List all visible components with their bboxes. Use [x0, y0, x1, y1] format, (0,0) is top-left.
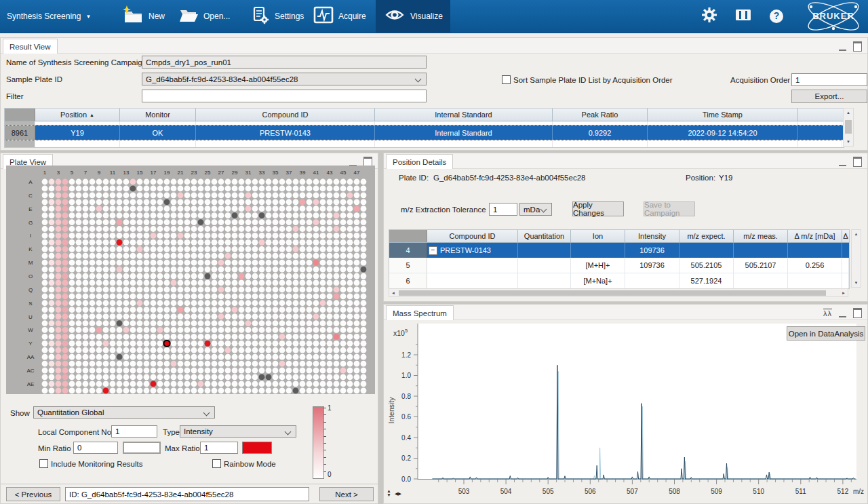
plate-well[interactable] — [76, 219, 82, 225]
plate-well[interactable] — [90, 334, 96, 340]
plate-well[interactable] — [245, 387, 252, 393]
plate-well[interactable] — [76, 334, 82, 340]
plate-well[interactable] — [157, 327, 163, 333]
plate-well[interactable] — [90, 226, 96, 232]
results-table-vscrollbar[interactable]: ▲ ▼ — [843, 108, 854, 147]
plate-well[interactable] — [361, 286, 367, 292]
plate-well[interactable] — [334, 361, 340, 367]
plate-well[interactable] — [171, 253, 177, 259]
plate-well[interactable] — [334, 293, 340, 299]
plate-well[interactable] — [252, 233, 258, 239]
plate-well[interactable] — [56, 246, 62, 252]
plate-well[interactable] — [279, 280, 285, 286]
plate-well[interactable] — [198, 260, 204, 266]
plate-well[interactable] — [76, 387, 82, 393]
plate-well[interactable] — [117, 354, 123, 360]
plate-well[interactable] — [307, 280, 313, 286]
plate-well[interactable] — [76, 381, 82, 387]
plate-well[interactable] — [239, 387, 245, 393]
plate-well[interactable] — [83, 286, 89, 292]
plate-well[interactable] — [273, 293, 279, 299]
plate-well[interactable] — [76, 354, 82, 360]
plate-well[interactable] — [347, 226, 353, 232]
plate-well[interactable] — [212, 186, 218, 192]
plate-well[interactable] — [327, 300, 333, 306]
plate-well[interactable] — [354, 219, 360, 225]
plate-well[interactable] — [205, 260, 211, 266]
plate-well[interactable] — [69, 260, 75, 266]
plate-well[interactable] — [320, 253, 326, 259]
plate-well[interactable] — [151, 219, 157, 225]
plate-well[interactable] — [347, 280, 353, 286]
plate-well[interactable] — [123, 267, 130, 273]
plate-well[interactable] — [151, 374, 157, 381]
plate-well[interactable] — [286, 361, 292, 367]
plate-well[interactable] — [96, 374, 102, 381]
plate-well[interactable] — [110, 307, 116, 313]
plate-well[interactable] — [76, 320, 82, 326]
plate-well[interactable] — [164, 347, 170, 353]
plate-well[interactable] — [123, 347, 130, 353]
scroll-up-icon[interactable]: ▲ — [852, 232, 861, 236]
plate-well[interactable] — [218, 307, 224, 313]
plate-well[interactable] — [212, 199, 218, 205]
plate-well[interactable] — [225, 381, 231, 387]
plate-well[interactable] — [90, 368, 96, 374]
plate-well[interactable] — [49, 199, 55, 205]
plate-well[interactable] — [69, 273, 75, 279]
plate-well[interactable] — [252, 334, 258, 340]
plate-well[interactable] — [327, 253, 333, 259]
plate-well[interactable] — [76, 374, 82, 381]
plate-well[interactable] — [171, 280, 177, 286]
plate-well[interactable] — [245, 179, 252, 185]
plate-well[interactable] — [293, 313, 299, 319]
plate-well[interactable] — [245, 267, 252, 273]
plate-well[interactable] — [49, 273, 55, 279]
plate-well[interactable] — [225, 246, 231, 252]
plate-well[interactable] — [279, 320, 285, 326]
plate-well[interactable] — [62, 368, 68, 374]
plate-well[interactable] — [49, 246, 55, 252]
plate-well[interactable] — [327, 260, 333, 266]
plate-well[interactable] — [286, 219, 292, 225]
plate-well[interactable] — [212, 246, 218, 252]
open-button[interactable]: Open... — [178, 0, 230, 33]
plate-well[interactable] — [157, 267, 163, 273]
plate-well[interactable] — [218, 260, 224, 266]
plate-well[interactable] — [151, 307, 157, 313]
plate-well[interactable] — [123, 186, 130, 192]
plate-well[interactable] — [144, 307, 150, 313]
plate-well[interactable] — [205, 313, 211, 319]
plate-well[interactable] — [178, 179, 184, 185]
plate-well[interactable] — [293, 354, 299, 360]
plate-well[interactable] — [117, 206, 123, 212]
plate-well[interactable] — [198, 341, 204, 347]
plate-well[interactable] — [286, 286, 292, 292]
plate-well[interactable] — [361, 260, 367, 266]
column-header-mz-expect[interactable]: m/z expect. — [679, 230, 734, 242]
plate-well[interactable] — [320, 280, 326, 286]
plate-well[interactable] — [286, 260, 292, 266]
plate-well[interactable] — [157, 320, 163, 326]
plate-well[interactable] — [144, 313, 150, 319]
plate-well[interactable] — [340, 387, 347, 393]
plate-well[interactable] — [96, 387, 102, 393]
plate-well[interactable] — [76, 179, 82, 185]
plate-well[interactable] — [164, 327, 170, 333]
next-button[interactable]: Next > — [319, 487, 374, 501]
rainbow-mode-checkbox[interactable] — [212, 459, 221, 468]
plate-well[interactable] — [49, 347, 55, 353]
plate-well[interactable] — [259, 354, 265, 360]
plate-well[interactable] — [157, 341, 163, 347]
plate-well[interactable] — [151, 192, 157, 198]
plate-well[interactable] — [354, 341, 360, 347]
plate-well[interactable] — [232, 233, 238, 239]
plate-well[interactable] — [212, 368, 218, 374]
selected-result-row[interactable]: 8961 Y19 OK PRESTW-0143 Internal Standar… — [5, 125, 844, 140]
plate-well[interactable] — [164, 239, 170, 246]
plate-well[interactable] — [259, 273, 265, 279]
plate-well[interactable] — [171, 320, 177, 326]
plate-well[interactable] — [205, 374, 211, 381]
plate-well[interactable] — [164, 219, 170, 225]
export-button[interactable]: Export... — [791, 90, 867, 103]
